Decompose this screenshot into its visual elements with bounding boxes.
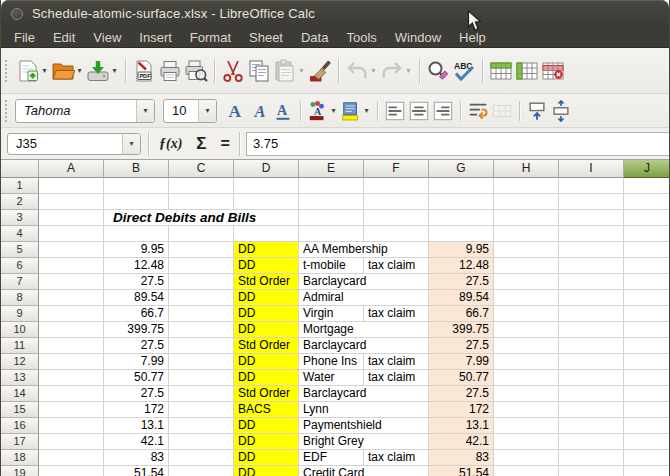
row-header-1[interactable]: 1 bbox=[1, 178, 39, 194]
cell-I13[interactable] bbox=[559, 370, 624, 386]
cell-B3[interactable]: Direct Debits and Bills bbox=[104, 210, 299, 226]
cell-B13[interactable]: 50.77 bbox=[104, 370, 169, 386]
cell-B19[interactable]: 51.54 bbox=[104, 466, 169, 476]
cell-G14[interactable]: 27.5 bbox=[429, 386, 494, 402]
cell-E2[interactable] bbox=[299, 194, 364, 210]
cell-D18[interactable]: DD bbox=[234, 450, 299, 466]
align-right-button[interactable] bbox=[431, 98, 455, 124]
cell-I5[interactable] bbox=[559, 242, 624, 258]
column-header-I[interactable]: I bbox=[559, 160, 624, 178]
cell-A11[interactable] bbox=[39, 338, 104, 354]
cell-G12[interactable]: 7.99 bbox=[429, 354, 494, 370]
export-pdf-button[interactable]: PDF bbox=[131, 57, 157, 85]
cell-H13[interactable] bbox=[494, 370, 559, 386]
column-header-C[interactable]: C bbox=[169, 160, 234, 178]
cell-D2[interactable] bbox=[234, 194, 299, 210]
row-header-8[interactable]: 8 bbox=[1, 290, 39, 306]
cell-C19[interactable] bbox=[169, 466, 234, 476]
cell-G9[interactable]: 66.7 bbox=[429, 306, 494, 322]
cell-J10[interactable] bbox=[624, 322, 670, 338]
cell-H6[interactable] bbox=[494, 258, 559, 274]
cell-J9[interactable] bbox=[624, 306, 670, 322]
cell-B12[interactable]: 7.99 bbox=[104, 354, 169, 370]
cell-E4[interactable] bbox=[299, 226, 364, 242]
cell-J2[interactable] bbox=[624, 194, 670, 210]
cell-C10[interactable] bbox=[169, 322, 234, 338]
cell-E10[interactable]: Mortgage bbox=[299, 322, 429, 338]
cell-D1[interactable] bbox=[234, 178, 299, 194]
cell-I12[interactable] bbox=[559, 354, 624, 370]
function-wizard-icon[interactable]: ƒ(x) bbox=[152, 136, 189, 152]
align-center-button[interactable] bbox=[407, 98, 431, 124]
formula-icon[interactable]: = bbox=[214, 135, 237, 153]
cell-J12[interactable] bbox=[624, 354, 670, 370]
cell-A2[interactable] bbox=[39, 194, 104, 210]
cell-G16[interactable]: 13.1 bbox=[429, 418, 494, 434]
cell-E17[interactable]: Bright Grey bbox=[299, 434, 429, 450]
cell-F4[interactable] bbox=[364, 226, 429, 242]
column-header-G[interactable]: G bbox=[429, 160, 494, 178]
cell-H16[interactable] bbox=[494, 418, 559, 434]
cell-F18[interactable]: tax claim bbox=[364, 450, 429, 466]
cell-B10[interactable]: 399.75 bbox=[104, 322, 169, 338]
bold-button[interactable]: A bbox=[223, 98, 247, 124]
insert-row-button[interactable] bbox=[488, 57, 514, 85]
chevron-down-icon[interactable]: ▾ bbox=[362, 106, 371, 115]
cell-G7[interactable]: 27.5 bbox=[429, 274, 494, 290]
row-header-14[interactable]: 14 bbox=[1, 386, 39, 402]
cell-I17[interactable] bbox=[559, 434, 624, 450]
name-box[interactable]: J35 ▾ bbox=[7, 133, 141, 155]
cell-C2[interactable] bbox=[169, 194, 234, 210]
cell-C5[interactable] bbox=[169, 242, 234, 258]
cell-C13[interactable] bbox=[169, 370, 234, 386]
cell-I16[interactable] bbox=[559, 418, 624, 434]
chevron-down-icon[interactable]: ▾ bbox=[369, 66, 378, 75]
cell-B15[interactable]: 172 bbox=[104, 402, 169, 418]
cell-C11[interactable] bbox=[169, 338, 234, 354]
align-left-button[interactable] bbox=[383, 98, 407, 124]
row-header-3[interactable]: 3 bbox=[1, 210, 39, 226]
italic-button[interactable]: A bbox=[247, 98, 271, 124]
cell-G2[interactable] bbox=[429, 194, 494, 210]
cell-G1[interactable] bbox=[429, 178, 494, 194]
cell-B14[interactable]: 27.5 bbox=[104, 386, 169, 402]
cell-C7[interactable] bbox=[169, 274, 234, 290]
cell-F1[interactable] bbox=[364, 178, 429, 194]
cell-H12[interactable] bbox=[494, 354, 559, 370]
cell-I10[interactable] bbox=[559, 322, 624, 338]
cell-H4[interactable] bbox=[494, 226, 559, 242]
row-header-10[interactable]: 10 bbox=[1, 322, 39, 338]
wrap-text-button[interactable] bbox=[466, 98, 490, 124]
menu-format[interactable]: Format bbox=[181, 29, 240, 47]
chevron-down-icon[interactable]: ▾ bbox=[75, 66, 84, 75]
cell-D11[interactable]: Std Order bbox=[234, 338, 299, 354]
column-header-F[interactable]: F bbox=[364, 160, 429, 178]
cell-F12[interactable]: tax claim bbox=[364, 354, 429, 370]
cell-C17[interactable] bbox=[169, 434, 234, 450]
cell-I2[interactable] bbox=[559, 194, 624, 210]
cell-E6[interactable]: t-mobile bbox=[299, 258, 364, 274]
cell-I18[interactable] bbox=[559, 450, 624, 466]
cell-J4[interactable] bbox=[624, 226, 670, 242]
cell-G5[interactable]: 9.95 bbox=[429, 242, 494, 258]
cell-A1[interactable] bbox=[39, 178, 104, 194]
cut-button[interactable] bbox=[220, 57, 246, 85]
copy-button[interactable] bbox=[246, 57, 272, 85]
cell-J5[interactable] bbox=[624, 242, 670, 258]
cell-C15[interactable] bbox=[169, 402, 234, 418]
cell-A5[interactable] bbox=[39, 242, 104, 258]
cell-J13[interactable] bbox=[624, 370, 670, 386]
column-header-D[interactable]: D bbox=[234, 160, 299, 178]
cell-E14[interactable]: Barclaycard bbox=[299, 386, 429, 402]
window-menu-icon[interactable] bbox=[11, 8, 23, 20]
menu-window[interactable]: Window bbox=[386, 29, 450, 47]
cell-D16[interactable]: DD bbox=[234, 418, 299, 434]
cell-C9[interactable] bbox=[169, 306, 234, 322]
cell-E15[interactable]: Lynn bbox=[299, 402, 429, 418]
cell-E9[interactable]: Virgin bbox=[299, 306, 364, 322]
cell-E18[interactable]: EDF bbox=[299, 450, 364, 466]
cell-E7[interactable]: Barclaycard bbox=[299, 274, 429, 290]
cell-D5[interactable]: DD bbox=[234, 242, 299, 258]
menu-edit[interactable]: Edit bbox=[44, 29, 84, 47]
cell-B17[interactable]: 42.1 bbox=[104, 434, 169, 450]
